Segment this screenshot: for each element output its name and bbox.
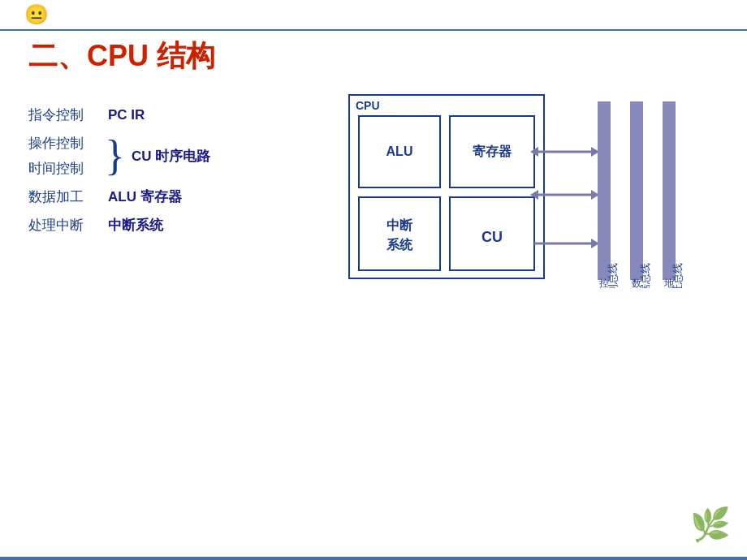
item-time-control: 时间控制 xyxy=(28,159,101,178)
svg-text:控: 控 xyxy=(599,278,609,288)
item-operation-control: 操作控制 xyxy=(28,134,101,153)
svg-rect-21 xyxy=(663,101,676,280)
svg-text:数: 数 xyxy=(632,278,641,288)
robot-icon: 😐 xyxy=(24,3,49,26)
detail-data: ALU 寄存器 xyxy=(108,187,182,206)
brace-group: 操作控制 时间控制 } CU 时序电路 xyxy=(28,134,337,178)
svg-text:地: 地 xyxy=(663,278,674,288)
left-content: 指令控制 PC IR 操作控制 时间控制 } CU 时序电路 数据加工 ALU … xyxy=(28,106,337,244)
page-title: 二、CPU 结构 xyxy=(28,37,215,76)
svg-text:寄存器: 寄存器 xyxy=(473,144,512,158)
cpu-diagram-svg: CPU ALU 寄存器 中断 系统 CU 控 xyxy=(348,93,729,288)
svg-rect-6 xyxy=(359,197,440,270)
brace-labels: 操作控制 时间控制 xyxy=(28,134,101,178)
item-instruction-control: 指令控制 PC IR xyxy=(28,106,337,124)
brace-detail: CU 时序电路 xyxy=(132,147,210,166)
item-interrupt: 处理中断 中断系统 xyxy=(28,216,337,235)
item-data-processing: 数据加工 ALU 寄存器 xyxy=(28,187,337,206)
svg-text:CPU: CPU xyxy=(356,99,380,112)
svg-rect-20 xyxy=(630,101,643,280)
detail-interrupt: 中断系统 xyxy=(108,216,163,235)
label-interrupt: 处理中断 xyxy=(28,216,101,235)
leaf-decoration: 🌿 xyxy=(690,506,731,544)
label-operation: 操作控制 xyxy=(28,134,101,153)
label-time: 时间控制 xyxy=(28,159,101,178)
svg-text:ALU: ALU xyxy=(386,144,413,158)
svg-text:CU: CU xyxy=(481,229,503,245)
detail-instruction: PC IR xyxy=(108,107,145,123)
label-instruction: 指令控制 xyxy=(28,106,101,124)
cpu-diagram: CPU ALU 寄存器 中断 系统 CU 控 xyxy=(348,93,729,288)
svg-text:中断: 中断 xyxy=(386,218,413,232)
svg-rect-19 xyxy=(598,101,611,280)
svg-text:系统: 系统 xyxy=(386,237,413,252)
label-data: 数据加工 xyxy=(28,187,101,206)
bottom-bar xyxy=(0,557,747,560)
brace-symbol: } xyxy=(105,135,125,177)
top-bar: 😐 xyxy=(0,0,747,31)
